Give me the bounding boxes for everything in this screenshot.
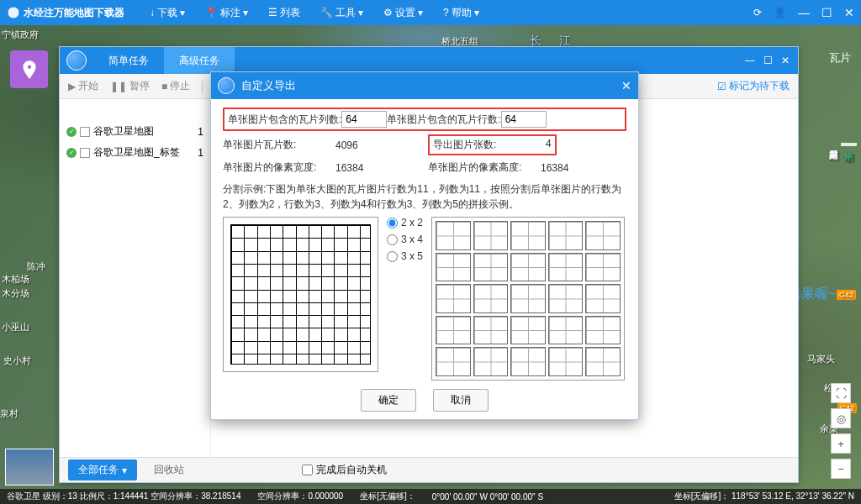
task-panel-header: 简单任务 高级任务 — ☐ ✕ bbox=[60, 47, 798, 74]
map-label: 木分场 bbox=[2, 287, 29, 300]
app-logo: 水经注万能地图下载器 bbox=[7, 6, 124, 20]
status-res: 空间分辨率：0.000000 bbox=[257, 491, 343, 502]
radio-2x2[interactable]: 2 x 2 bbox=[387, 217, 423, 228]
menu-mark[interactable]: 📍标注 ▾ bbox=[205, 6, 248, 20]
location-tool-icon[interactable] bbox=[10, 50, 48, 88]
map-label: 宁烙南 bbox=[841, 143, 857, 146]
app-titlebar: 水经注万能地图下载器 ↓下载 ▾ 📍标注 ▾ ☰列表 🔧工具 ▾ ⚙设置 ▾ ?… bbox=[0, 0, 861, 25]
status-ok-icon: ✓ bbox=[66, 127, 77, 137]
col-input[interactable] bbox=[341, 111, 387, 128]
highway-badge: G42 bbox=[837, 290, 856, 300]
task-row[interactable]: ✓ 谷歌卫星地图_标签 1 bbox=[65, 142, 205, 163]
task-count: 1 bbox=[198, 126, 203, 138]
task-row[interactable]: ✓ 谷歌卫星地图 1 bbox=[65, 121, 205, 142]
tab-simple[interactable]: 简单任务 bbox=[93, 47, 164, 74]
menu-download[interactable]: ↓下载 ▾ bbox=[150, 6, 185, 20]
stop-button[interactable]: ■ 停止 bbox=[161, 79, 190, 93]
pause-button[interactable]: ❚❚ 暂停 bbox=[110, 79, 150, 93]
dialog-header: 自定义导出 ✕ bbox=[211, 72, 638, 99]
recycle-link[interactable]: 回收站 bbox=[154, 463, 184, 477]
status-coord-label: 坐标[无偏移]： bbox=[360, 491, 415, 502]
radio-3x5[interactable]: 3 x 5 bbox=[387, 250, 423, 262]
menu-list[interactable]: ☰列表 bbox=[268, 6, 300, 20]
map-tools: ⛶ ◎ + − bbox=[831, 383, 851, 479]
app-title: 水经注万能地图下载器 bbox=[24, 6, 124, 20]
minimize-button[interactable]: — bbox=[798, 6, 810, 19]
source-grid-preview bbox=[223, 217, 378, 372]
task-panel-footer: 全部任务 ▾ 回收站 完成后自动关机 bbox=[60, 457, 798, 482]
map-label: 宁镇政府 bbox=[2, 29, 39, 41]
status-bar: 谷歌卫星 级别：13 比例尺：1:144441 空间分辨率：38.218514 … bbox=[0, 489, 861, 504]
tab-advanced[interactable]: 高级任务 bbox=[164, 47, 235, 74]
map-label: 泉村 bbox=[0, 407, 18, 420]
mark-pending-button[interactable]: ☑ 标记为待下载 bbox=[717, 79, 790, 93]
task-name: 谷歌卫星地图_标签 bbox=[93, 145, 180, 160]
globe-icon bbox=[66, 50, 87, 71]
minimap-thumbnail[interactable] bbox=[5, 449, 54, 486]
row-input[interactable] bbox=[501, 111, 547, 128]
ok-button[interactable]: 确定 bbox=[361, 389, 416, 412]
radio-3x4[interactable]: 3 x 4 bbox=[387, 234, 423, 245]
status-ok-icon: ✓ bbox=[66, 148, 77, 158]
panel-minimize[interactable]: — bbox=[745, 55, 755, 66]
task-name: 谷歌卫星地图 bbox=[93, 124, 154, 139]
px-height-label: 单张图片的像素高度: bbox=[428, 160, 536, 175]
map-label: 陈冲 bbox=[27, 260, 45, 273]
sync-icon[interactable]: ⟳ bbox=[753, 7, 762, 18]
px-width-label: 单张图片的像素宽度: bbox=[223, 160, 330, 175]
globe-icon bbox=[218, 77, 235, 94]
example-text: 分割示例:下图为单张大图的瓦片图片行数为11，列数为11，按照分割后单张图片的行… bbox=[223, 181, 626, 212]
export-count-value: 4 bbox=[546, 138, 552, 152]
main-menu: ↓下载 ▾ 📍标注 ▾ ☰列表 🔧工具 ▾ ⚙设置 ▾ ?帮助 ▾ bbox=[150, 6, 479, 20]
menu-help[interactable]: ?帮助 ▾ bbox=[443, 6, 479, 20]
split-radio-group: 2 x 2 3 x 4 3 x 5 bbox=[387, 217, 423, 381]
dialog-close-icon[interactable]: ✕ bbox=[621, 79, 631, 92]
map-label: 马家头 bbox=[807, 353, 835, 365]
close-button[interactable]: ✕ bbox=[844, 6, 854, 19]
cancel-button[interactable]: 取消 bbox=[433, 389, 489, 412]
map-label: 小巫山 bbox=[2, 321, 29, 333]
export-dialog: 自定义导出 ✕ 单张图片包含的瓦片列数: 单张图片包含的瓦片行数: 单张图片瓦片… bbox=[210, 71, 639, 420]
status-left: 谷歌卫星 级别：13 比例尺：1:144441 空间分辨率：38.218514 bbox=[7, 491, 240, 502]
px-height-value: 16384 bbox=[541, 162, 568, 174]
tile-label: 瓦片 bbox=[829, 50, 851, 66]
task-checkbox[interactable] bbox=[80, 127, 90, 137]
task-list: ✓ 谷歌卫星地图 1 ✓ 谷歌卫星地图_标签 1 bbox=[60, 99, 211, 457]
tile-count-value: 4096 bbox=[335, 139, 358, 151]
panel-close[interactable]: ✕ bbox=[781, 55, 790, 66]
fullscreen-tool[interactable]: ⛶ bbox=[831, 383, 851, 403]
task-checkbox[interactable] bbox=[80, 148, 90, 158]
all-tasks-button[interactable]: 全部任务 ▾ bbox=[68, 459, 137, 480]
tile-count-label: 单张图片瓦片数: bbox=[223, 138, 330, 152]
panel-maximize[interactable]: ☐ bbox=[763, 55, 773, 66]
status-coord: 0°00' 00.00" W 0°00' 00.00" S bbox=[432, 492, 543, 501]
export-count-label: 导出图片张数: bbox=[433, 138, 541, 152]
row-label: 单张图片包含的瓦片行数: bbox=[387, 113, 500, 125]
start-button[interactable]: ▶ 开始 bbox=[68, 79, 98, 93]
px-width-value: 16384 bbox=[335, 162, 363, 174]
locate-tool[interactable]: ◎ bbox=[831, 408, 851, 428]
zoom-in-tool[interactable]: + bbox=[831, 433, 851, 454]
map-label: 史小村 bbox=[3, 354, 31, 367]
menu-tools[interactable]: 🔧工具 ▾ bbox=[320, 6, 363, 20]
status-right: 坐标[无偏移]： 118°53' 53.12 E, 32°13' 36.22" … bbox=[674, 491, 854, 502]
zoom-out-tool[interactable]: − bbox=[831, 459, 851, 479]
map-label: 木柏场 bbox=[2, 273, 29, 286]
task-count: 1 bbox=[198, 147, 203, 159]
user-icon[interactable]: 👤 bbox=[774, 7, 786, 18]
dialog-title: 自定义导出 bbox=[241, 78, 296, 93]
menu-settings[interactable]: ⚙设置 ▾ bbox=[383, 6, 423, 20]
col-label: 单张图片包含的瓦片列数: bbox=[228, 113, 341, 125]
result-grid-preview bbox=[431, 217, 625, 381]
auto-shutdown-checkbox[interactable]: 完成后自动关机 bbox=[302, 463, 387, 477]
maximize-button[interactable]: ☐ bbox=[821, 6, 832, 19]
